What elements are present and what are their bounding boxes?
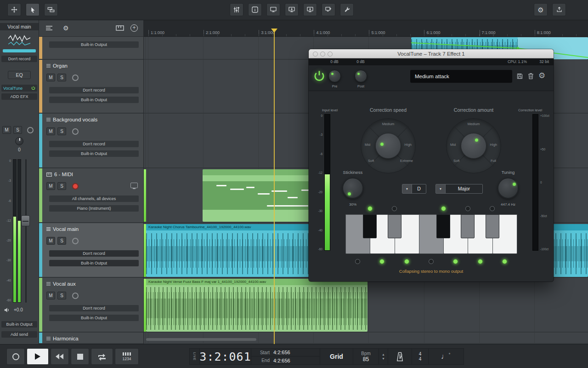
black-key[interactable] — [461, 214, 475, 238]
metronome-toggle[interactable] — [388, 349, 412, 364]
insert-effect-slot[interactable]: VocalTune — [1, 85, 37, 92]
record-mode-button[interactable]: Don't record — [1, 56, 37, 62]
end-value[interactable]: 4:2:656 — [273, 358, 290, 363]
move-tool-button[interactable] — [7, 3, 21, 16]
vocal-aux-clip[interactable]: Karaoke Night Verse Fuzz Bass F maj var … — [146, 279, 368, 332]
plugin-titlebar[interactable]: VocalTune – Track 7 Effect 1 — [309, 49, 554, 58]
add-efx-button[interactable]: ADD EFX — [1, 93, 37, 100]
grid-toggle[interactable]: Grid — [320, 349, 353, 364]
track-header-organ[interactable]: Organ MS Don't record Built-in Output — [39, 60, 143, 114]
output-button[interactable]: Built-in Output — [49, 97, 139, 103]
track-settings-gear-icon[interactable]: ⚙ — [63, 25, 69, 31]
scale-note-dot[interactable] — [379, 259, 384, 264]
solo-button[interactable]: S — [13, 126, 22, 134]
post-knob[interactable] — [355, 70, 367, 82]
fader-handle[interactable] — [21, 215, 30, 226]
scale-note-dot[interactable] — [404, 259, 409, 264]
correction-amount-knob[interactable]: Medium Mid High Soft Full — [446, 118, 501, 173]
time-display[interactable]: 3:2:061 — [200, 349, 251, 364]
tuning-knob[interactable] — [498, 178, 519, 199]
bpm-down-icon[interactable]: ▼ — [382, 356, 385, 361]
record-mode-button[interactable]: Don't record — [49, 250, 139, 257]
black-key[interactable] — [486, 214, 499, 238]
pre-knob[interactable] — [328, 70, 341, 82]
scale-dropdown[interactable]: ▼ Major — [435, 184, 483, 194]
monitor-icon[interactable] — [130, 183, 138, 188]
play-button[interactable] — [27, 348, 49, 365]
monitor-button[interactable] — [266, 3, 280, 16]
mixer-button[interactable] — [230, 3, 243, 16]
black-key[interactable] — [436, 214, 450, 238]
info-button[interactable] — [248, 3, 262, 16]
track-header-background-vocals[interactable]: Background vocals MS Don't record Built-… — [39, 114, 143, 168]
record-arm-button[interactable] — [72, 183, 79, 190]
live-indicator[interactable]: LIVE — [190, 349, 200, 364]
pan-knob[interactable] — [15, 137, 23, 145]
solo-button[interactable]: S — [57, 292, 66, 299]
bpm-up-icon[interactable]: ▲ — [382, 352, 385, 356]
gain-value[interactable]: +0.0 — [14, 307, 23, 312]
record-arm-button[interactable] — [72, 128, 79, 135]
track-list-menu-icon[interactable] — [45, 25, 53, 31]
add-device-button[interactable] — [322, 3, 335, 16]
correction-speed-knob[interactable]: Medium Mid High Soft Extreme — [361, 118, 416, 173]
track-header-vocal-main[interactable]: Vocal main MS Don't record Built-in Outp… — [39, 223, 143, 278]
black-key[interactable] — [363, 214, 377, 238]
power-icon[interactable] — [31, 86, 35, 90]
scale-note-dot[interactable] — [478, 259, 483, 264]
record-mode-button[interactable]: Don't record — [49, 87, 139, 93]
solo-button[interactable]: S — [57, 74, 66, 81]
scale-note-dot[interactable] — [441, 206, 446, 211]
scale-note-dot[interactable] — [429, 259, 434, 264]
eq-button[interactable]: EQ — [8, 71, 31, 79]
output-button[interactable]: Built-in Output — [1, 321, 37, 328]
output-button[interactable]: Built-in Output — [49, 260, 139, 266]
scale-note-dot[interactable] — [502, 259, 507, 264]
arrow-tool-button[interactable] — [26, 3, 40, 16]
scale-note-dot[interactable] — [392, 206, 397, 211]
timeline-ruler[interactable]: 1:1:0002:1:0003:1:0004:1:0005:1:0006:1:0… — [144, 20, 588, 37]
output-button[interactable]: Built-in Output — [49, 41, 139, 48]
stickiness-knob[interactable] — [342, 178, 363, 199]
scale-note-dot[interactable] — [490, 206, 495, 211]
export-button[interactable] — [552, 3, 566, 16]
scale-note-dot[interactable] — [355, 259, 360, 264]
mute-button[interactable]: M — [46, 182, 55, 190]
mute-button[interactable]: M — [46, 127, 55, 135]
mute-button[interactable]: M — [46, 74, 55, 81]
key-dropdown[interactable]: ▼ D — [402, 184, 426, 194]
record-arm-button[interactable] — [72, 293, 79, 299]
solo-button[interactable]: S — [57, 127, 66, 135]
track-header-vocal-aux[interactable]: Vocal aux MS Don't record Built-in Outpu… — [39, 278, 143, 333]
time-signature[interactable]: 4 4 — [412, 349, 429, 364]
scale-note-dot[interactable] — [368, 206, 373, 211]
record-button[interactable] — [6, 348, 25, 365]
record-arm-button[interactable] — [72, 75, 79, 81]
midi-input-button[interactable]: All channels, all devices — [49, 196, 139, 202]
start-value[interactable]: 4:2:656 — [273, 350, 290, 355]
track-header-partial[interactable]: Built-in Output — [39, 37, 143, 60]
loop-button[interactable] — [91, 348, 113, 365]
output-button[interactable]: Built-in Output — [49, 150, 139, 157]
black-key[interactable] — [388, 214, 401, 238]
output-button[interactable]: Built-in Output — [49, 315, 139, 321]
sync-settings-button[interactable]: ⚙ — [534, 3, 548, 16]
range-tool-button[interactable] — [44, 3, 58, 16]
horizontal-scrollbar[interactable] — [146, 338, 256, 341]
solo-button[interactable]: S — [57, 182, 66, 190]
plugin-settings-gear-icon[interactable]: ⚙ — [538, 72, 545, 80]
monitor-button[interactable] — [27, 127, 34, 133]
scale-note-dot[interactable] — [465, 206, 470, 211]
monitor-output-button[interactable] — [303, 3, 317, 16]
mute-button[interactable]: M — [2, 126, 11, 134]
delete-preset-icon[interactable] — [528, 73, 534, 80]
mute-button[interactable]: M — [46, 292, 55, 299]
rewind-button[interactable] — [51, 348, 69, 365]
record-mode-button[interactable]: Don't record — [49, 141, 139, 147]
monitor-input-button[interactable] — [285, 3, 299, 16]
count-in-button[interactable]: 1234 — [115, 348, 139, 365]
add-send-button[interactable]: Add send — [1, 331, 37, 338]
save-preset-icon[interactable] — [516, 73, 523, 80]
mute-button[interactable]: M — [46, 237, 55, 245]
plugin-power-button[interactable] — [313, 70, 325, 83]
